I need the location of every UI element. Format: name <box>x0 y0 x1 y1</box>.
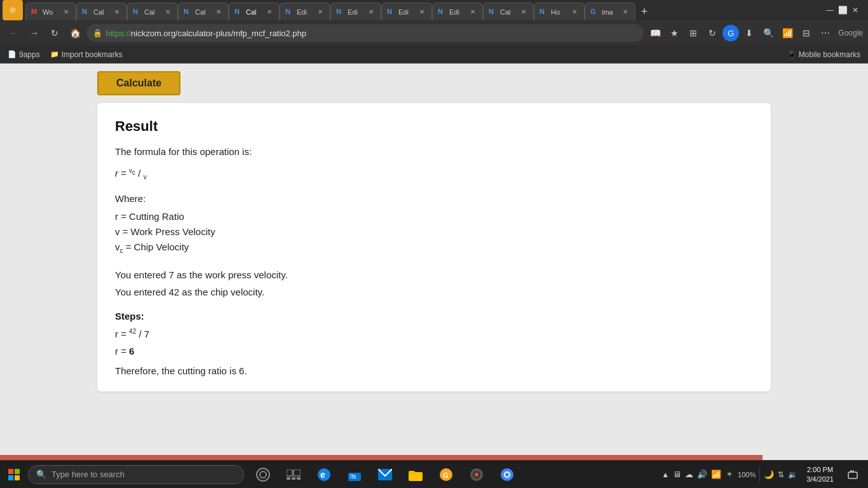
taskbar-chrome[interactable] <box>493 461 521 489</box>
notification-button[interactable] <box>843 461 863 489</box>
clock-time: 2:00 PM <box>806 465 834 474</box>
tab-edi6-close[interactable]: ✕ <box>316 8 325 17</box>
tab-ho-close[interactable]: ✕ <box>570 8 579 17</box>
garena-icon: G <box>439 468 453 482</box>
address-bar[interactable]: 🔒 https://nickzom.org/calculator-plus/mf… <box>86 24 644 42</box>
taskbar-right: ▲ 🖥 ☁ 🔊 📶 ☀ 100% 🌙 ⇅ 🔉 2:00 PM 3/4/2021 <box>661 461 868 489</box>
tab-gmail-close[interactable]: ✕ <box>62 8 71 17</box>
favorites-button[interactable]: ★ <box>665 24 683 42</box>
home-button[interactable]: 🏠 <box>66 24 84 42</box>
taskbar-garena[interactable]: G <box>432 461 460 489</box>
steps-title: Steps: <box>115 311 753 322</box>
tab-cal2-icon: N <box>82 8 91 17</box>
taskbar-store[interactable]: 🛍 <box>341 461 369 489</box>
tab-google-images[interactable]: G ima ✕ <box>585 3 635 20</box>
tab-cal4[interactable]: N Cal ✕ <box>178 3 229 20</box>
horizontal-scrollbar[interactable] <box>0 455 763 460</box>
brightness-icon[interactable]: ☀ <box>726 470 733 478</box>
tray-chevron[interactable]: ▲ <box>661 470 669 479</box>
tray-wifi[interactable]: 📶 <box>711 470 721 479</box>
taskview-icon <box>287 470 301 480</box>
volume-level-icon: 🔉 <box>788 470 797 479</box>
input-section: You entered 7 as the work press velocity… <box>115 266 753 301</box>
svg-text:e: e <box>320 470 325 480</box>
step1-line: r = 42 / 7 <box>115 328 753 339</box>
maximize-button[interactable]: ⬜ <box>837 5 848 15</box>
tab-cal2-close[interactable]: ✕ <box>112 8 121 17</box>
tab-google-icon: G <box>590 8 599 17</box>
tab-cal10-close[interactable]: ✕ <box>519 8 528 17</box>
9apps-icon: 📄 <box>8 50 17 58</box>
downloads-button[interactable]: ⬇ <box>740 24 758 42</box>
tab-edi9[interactable]: N Edi ✕ <box>432 3 483 20</box>
tab-edi8-close[interactable]: ✕ <box>417 8 426 17</box>
calculate-button[interactable]: Calculate <box>97 71 180 95</box>
tray-volume[interactable]: 🔊 <box>697 470 707 479</box>
tab-gmail[interactable]: M Wo ✕ <box>25 3 76 20</box>
forward-button[interactable]: → <box>25 24 43 42</box>
tab-cal3-close[interactable]: ✕ <box>163 8 172 17</box>
tab-ho[interactable]: N Ho ✕ <box>534 3 585 20</box>
taskbar-explorer[interactable] <box>402 461 430 489</box>
ssl-lock-icon: 🔒 <box>93 29 102 37</box>
tab-cal10-icon: N <box>489 8 498 17</box>
tab-cal10[interactable]: N Cal ✕ <box>483 3 534 20</box>
chrome-icon <box>500 468 514 482</box>
window-controls: — ⬜ ✕ <box>820 5 865 15</box>
arrows-icon: ⇅ <box>778 470 784 479</box>
tab-cal3-icon: N <box>133 8 142 17</box>
minimize-button[interactable]: — <box>825 5 835 15</box>
new-tab-button[interactable]: + <box>635 3 653 20</box>
collections-button[interactable]: ⊞ <box>684 24 702 42</box>
taskbar-edge[interactable]: e <box>310 461 338 489</box>
tab-cal4-close[interactable]: ✕ <box>214 8 223 17</box>
tab-edi9-close[interactable]: ✕ <box>468 8 477 17</box>
search-button[interactable]: 🔍 <box>759 24 777 42</box>
start-button[interactable] <box>0 461 28 489</box>
taskbar-taskview[interactable] <box>280 461 308 489</box>
content-area: Calculate Result The formula for this op… <box>0 64 868 460</box>
tab-edi7-close[interactable]: ✕ <box>367 8 376 17</box>
tab-edi8[interactable]: N Edi ✕ <box>381 3 432 20</box>
close-button[interactable]: ✕ <box>850 5 860 15</box>
tab-google-close[interactable]: ✕ <box>621 8 630 17</box>
tab-edi7[interactable]: N Edi ✕ <box>330 3 381 20</box>
nav-right-buttons: 📖 ★ ⊞ ↻ G ⬇ 🔍 📶 ⊟ ⋯ Google <box>646 24 863 42</box>
refresh-button[interactable]: ↻ <box>703 24 721 42</box>
taskbar-app-extra[interactable] <box>463 461 491 489</box>
step2-result: r = 6 <box>115 346 753 356</box>
tab-cal5-active[interactable]: N Cal ✕ <box>229 3 280 20</box>
menu-button[interactable]: ⋯ <box>817 24 834 42</box>
step2-value: 6 <box>129 346 134 356</box>
user-profile-button[interactable]: G <box>722 25 739 41</box>
mail-icon <box>378 469 392 480</box>
taskbar-cortana[interactable] <box>249 461 277 489</box>
tab-cal5-close[interactable]: ✕ <box>265 8 274 17</box>
bookmark-import[interactable]: 📁 Import bookmarks <box>48 49 125 60</box>
taskbar-search[interactable]: 🔍 Type here to search <box>28 465 244 484</box>
taskbar-mail[interactable] <box>371 461 399 489</box>
bookmark-mobile[interactable]: 📱 Mobile bookmarks <box>785 49 863 60</box>
formula-r: r = vc / v <box>115 168 147 179</box>
tab-cal2[interactable]: N Cal ✕ <box>76 3 127 20</box>
navigation-bar: ← → ↻ 🏠 🔒 https://nickzom.org/calculator… <box>0 20 868 46</box>
back-button[interactable]: ← <box>5 24 23 42</box>
tab-cal3[interactable]: N Cal ✕ <box>127 3 178 20</box>
bookmark-9apps[interactable]: 📄 9apps <box>5 49 43 60</box>
where-title: Where: <box>115 193 753 204</box>
tab-edi8-label: Edi <box>398 8 415 16</box>
bookmarks-right: 📱 Mobile bookmarks <box>785 49 863 60</box>
taskbar: 🔍 Type here to search e <box>0 460 868 488</box>
conclusion-text: Therefore, the cutting ratio is 6. <box>115 365 753 376</box>
reload-button[interactable]: ↻ <box>46 24 64 42</box>
tab-edi6[interactable]: N Edi ✕ <box>280 3 330 20</box>
svg-rect-28 <box>848 472 857 478</box>
tab-gmail-label: Wo <box>43 8 59 16</box>
svg-rect-11 <box>292 477 295 480</box>
night-mode-icon[interactable]: 🌙 <box>764 470 774 479</box>
system-clock[interactable]: 2:00 PM 3/4/2021 <box>801 465 839 484</box>
result-title: Result <box>115 118 753 135</box>
tab-edi6-icon: N <box>285 8 294 17</box>
split-view-button[interactable]: ⊟ <box>797 24 815 42</box>
reading-mode-button[interactable]: 📖 <box>646 24 664 42</box>
